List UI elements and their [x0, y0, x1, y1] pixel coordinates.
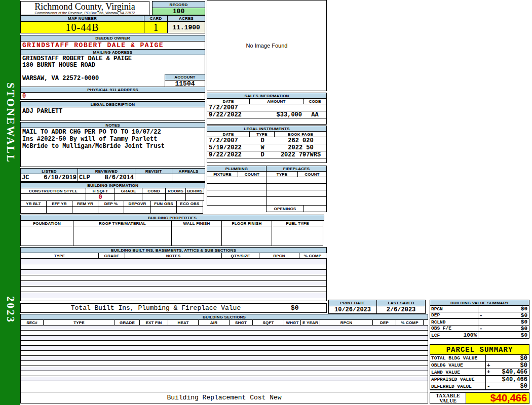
bvs-obs-op: -: [478, 326, 483, 332]
listed-by: JC: [22, 174, 29, 181]
eff-yr-value: [46, 206, 72, 214]
bvs-lcf-value: $0: [479, 332, 529, 338]
floor-finish-value: [221, 226, 272, 246]
plumbing-empty-rows: [207, 177, 267, 206]
reviewed-date: 8/6/2014: [104, 174, 134, 181]
parcel-row-total-bldg: TOTAL BLDG VALUE $0: [430, 354, 529, 362]
instrument-row-1-book: 262 020: [275, 137, 326, 144]
print-value-row: 10/26/2023 2/6/2023: [328, 306, 426, 314]
grade-value: [115, 193, 142, 201]
empty-table-row: [21, 326, 428, 331]
bvs-dep-label: DEP: [430, 312, 478, 318]
notes-line-3: McBride to Mulligan/McBride Joint Trust: [22, 143, 165, 150]
review-value-row: JC 6/10/2019 CLP 8/6/2014: [20, 174, 205, 182]
fireplaces-empty-rows: [266, 177, 327, 206]
empty-table-row: [207, 184, 266, 190]
sales-row-1-amount: [250, 104, 303, 111]
empty-table-row: [21, 281, 326, 287]
bvs-dep-cell: -$0: [478, 312, 529, 318]
bvs-row-rclnd: RCLND $0: [430, 318, 529, 326]
parcel-summary-label: PARCEL SUMMARY: [430, 344, 529, 355]
bvs-row-rpcn: RPCN $0: [430, 305, 529, 312]
taxable-value-row: TAXABLE VALUE $40,466: [430, 392, 529, 404]
taxable-value-label: TAXABLE VALUE: [430, 392, 466, 404]
empty-table-row: [267, 177, 326, 184]
building-sections-footer: Building Replacement Cost New: [20, 392, 428, 403]
sales-rows-box: 7/2/2007 9/22/2022 $33,000 AA: [207, 104, 327, 125]
notes-box: MAIL TO ADDR CHG PER PO TO TO 10/07/22 I…: [20, 128, 205, 167]
county-title: Richmond County, Virginia: [34, 2, 135, 11]
empty-table-row: [207, 190, 266, 197]
sales-row-empty: [207, 118, 326, 124]
bvs-dep-op: -: [478, 312, 483, 318]
building-sections-empty-rows: [20, 325, 428, 392]
empty-table-row: [267, 190, 326, 197]
bvs-rclnd-cell: $0: [478, 319, 529, 325]
instrument-row-2-book: 2022 50: [275, 144, 326, 151]
reviewed-by: CLP: [79, 174, 90, 181]
h-sqft-value: 0: [86, 193, 115, 201]
record-value: 100: [152, 8, 205, 15]
parcel-row-obldg: OBLDG VALUE +$0: [430, 361, 529, 369]
instruments-rows-box: 7/2/2007 D 262 020 5/19/2022 W 2022 50 9…: [207, 137, 327, 163]
total-bldg-value: $0: [487, 355, 529, 362]
parcel-row-appraised: APPRAISED VALUE $40,466: [430, 376, 529, 383]
building-info-value-row-2: [20, 206, 205, 214]
empty-table-row: [21, 292, 326, 298]
obldg-value: $0: [490, 362, 529, 369]
depovr-value: [124, 206, 151, 214]
land-label: LAND VALUE: [430, 369, 486, 375]
fun-obs-value: [150, 206, 177, 214]
bvs-row-dep: DEP -$0: [430, 312, 529, 319]
instrument-row-3-date: 9/22/2022: [207, 151, 250, 158]
openings-value: [303, 205, 327, 212]
empty-table-row: [21, 351, 428, 356]
empty-table-row: [21, 361, 428, 366]
bvs-lcf-label-cell: LCF 100%: [430, 332, 478, 338]
last-saved-value: 2/6/2023: [376, 306, 426, 314]
instrument-row-3: 9/22/2022 D 2022 797WRS: [207, 151, 326, 158]
appeals-value: [172, 174, 205, 182]
mailing-line-city: WARSAW, VA 22572-0000: [22, 75, 99, 82]
cond-value: [142, 193, 166, 201]
bvs-rclnd-label: RCLND: [430, 319, 478, 325]
empty-table-row: [267, 184, 326, 190]
parcel-row-deferred: DEFERRED VALUE -$0: [430, 383, 529, 390]
building-value-summary-rows: RPCN $0 DEP -$0 RCLND $0 OBS F/E -$0 LCF…: [430, 306, 529, 339]
fireplaces-openings-row: OPENINGS: [266, 205, 327, 212]
land-cell: +$40,466: [486, 369, 529, 375]
legal-description-value: ADJ PARLETT: [20, 107, 205, 121]
building-info-value-row-1: 0: [20, 193, 205, 201]
taxable-value-amount: $40,466: [466, 392, 529, 404]
listed-date: 6/10/2019: [44, 174, 77, 181]
empty-table-row: [21, 331, 428, 336]
card-value: 1: [144, 21, 168, 33]
empty-table-row: [21, 259, 326, 264]
empty-table-row: [21, 341, 428, 346]
roof-type-value: [73, 226, 172, 246]
wall-finish-value: [171, 226, 222, 246]
print-date-value: 10/26/2023: [328, 306, 377, 314]
bvs-obs-cell: -$0: [478, 326, 529, 331]
bvs-lcf-pct: 100%: [464, 332, 477, 338]
district-name: STONEWALL: [4, 83, 17, 164]
reviewed-value: CLP 8/6/2014: [78, 174, 135, 182]
instrument-row-2-type: W: [250, 144, 275, 151]
mailing-line-2: 180 BURNT HOUSE ROAD: [22, 62, 95, 69]
instrument-row-1-date: 7/2/2007: [207, 137, 250, 144]
empty-table-row: [21, 346, 428, 351]
physical-911-value: 0: [20, 92, 205, 100]
sales-row-2-date: 9/22/2022: [207, 111, 250, 118]
bvs-rpcn-cell: $0: [478, 306, 529, 312]
sales-row-2-code: AA: [303, 111, 326, 118]
empty-table-row: [21, 371, 428, 376]
deferred-label: DEFERRED VALUE: [430, 383, 486, 389]
sales-row-1-date: 7/2/2007: [207, 104, 250, 111]
deeded-owner-value: GRINDSTAFF ROBERT DALE & PAIGE: [20, 41, 205, 50]
deferred-value: $0: [490, 383, 529, 390]
sales-row-2: 9/22/2022 $33,000 AA: [207, 111, 326, 118]
parcel-summary-rows: TOTAL BLDG VALUE $0 OBLDG VALUE +$0 LAND…: [430, 355, 529, 390]
obldg-cell: +$0: [486, 362, 529, 369]
empty-table-row: [207, 177, 266, 184]
bdrms-value: [185, 193, 204, 201]
